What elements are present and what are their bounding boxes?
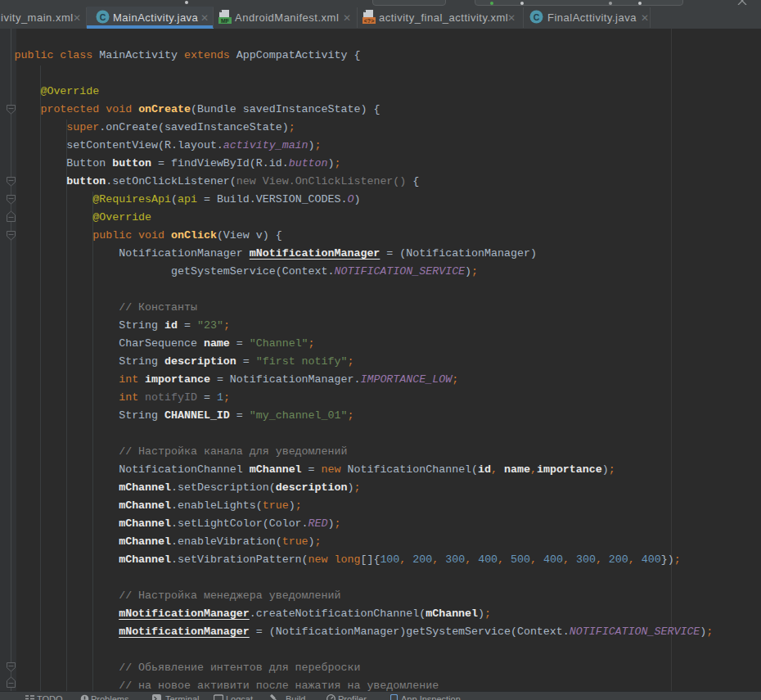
svg-text:<?>: <?> [364, 18, 374, 24]
svg-text:C: C [100, 12, 106, 22]
svg-text:C: C [534, 12, 540, 22]
svg-text:MF: MF [221, 18, 230, 24]
